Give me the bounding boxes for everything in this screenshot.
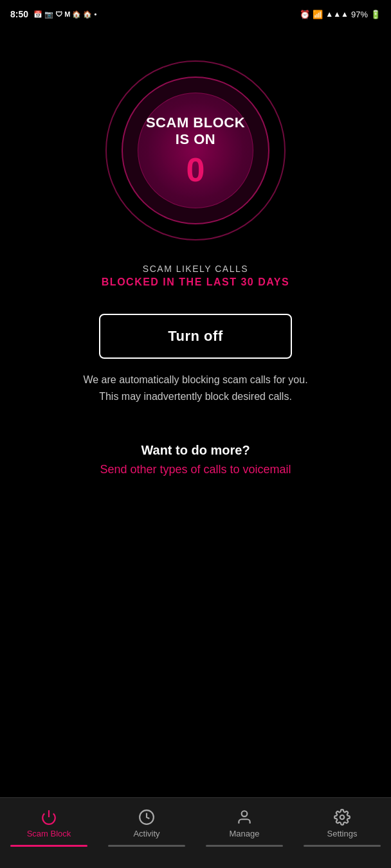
wifi-icon: 📶: [313, 10, 323, 19]
status-icons-left: 📅 📷 🛡 M 🏠 🏠 •: [33, 10, 96, 19]
tab-scam-block[interactable]: Scam Block: [0, 806, 98, 849]
scam-calls-label: SCAM LIKELY CALLS: [102, 264, 289, 274]
settings-label: Settings: [327, 829, 358, 838]
nav-indicator-activity: [108, 845, 185, 847]
alarm-icon: ⏰: [300, 10, 310, 19]
stats-section: SCAM LIKELY CALLS BLOCKED IN THE LAST 30…: [102, 264, 289, 288]
manage-label: Manage: [230, 829, 260, 838]
tab-activity[interactable]: Activity: [98, 806, 196, 849]
blocked-label: BLOCKED IN THE LAST 30 DAYS: [102, 276, 289, 288]
tab-manage[interactable]: Manage: [196, 806, 293, 849]
main-content: SCAM BLOCK IS ON 0 SCAM LIKELY CALLS BLO…: [0, 28, 391, 797]
voicemail-link[interactable]: Send other types of calls to voicemail: [100, 463, 291, 476]
circle-visual: SCAM BLOCK IS ON 0: [105, 60, 286, 240]
turn-off-button[interactable]: Turn off: [99, 314, 292, 359]
nav-indicator-settings: [304, 845, 381, 847]
scam-block-status: SCAM BLOCK IS ON: [146, 114, 245, 149]
scam-block-label: Scam Block: [27, 829, 71, 838]
battery-icon: 🔋: [370, 10, 381, 19]
tab-settings[interactable]: Settings: [293, 806, 391, 849]
activity-label: Activity: [133, 829, 159, 838]
person-icon: [235, 808, 253, 826]
description-text: We are automatically blocking scam calls…: [80, 372, 311, 404]
battery-display: 97%: [351, 10, 368, 19]
blocked-count: 0: [186, 153, 205, 186]
gear-icon: [333, 808, 351, 826]
circle-inner-content: SCAM BLOCK IS ON 0: [138, 93, 253, 208]
svg-point-2: [242, 811, 248, 817]
status-bar-right: ⏰ 📶 ▲▲▲ 97% 🔋: [300, 10, 381, 19]
signal-icon: ▲▲▲: [325, 10, 349, 19]
clock-icon: [138, 808, 156, 826]
time-display: 8:50: [10, 9, 28, 19]
bottom-nav: Scam Block Activity Manage: [0, 797, 391, 868]
status-bar: 8:50 📅 📷 🛡 M 🏠 🏠 • ⏰ 📶 ▲▲▲ 97% 🔋: [0, 0, 391, 28]
more-title: Want to do more?: [100, 443, 291, 458]
power-icon: [40, 808, 58, 826]
nav-indicator-scam-block: [10, 845, 87, 847]
more-section: Want to do more? Send other types of cal…: [100, 443, 291, 476]
svg-point-3: [340, 815, 345, 820]
nav-indicator-manage: [206, 845, 283, 847]
